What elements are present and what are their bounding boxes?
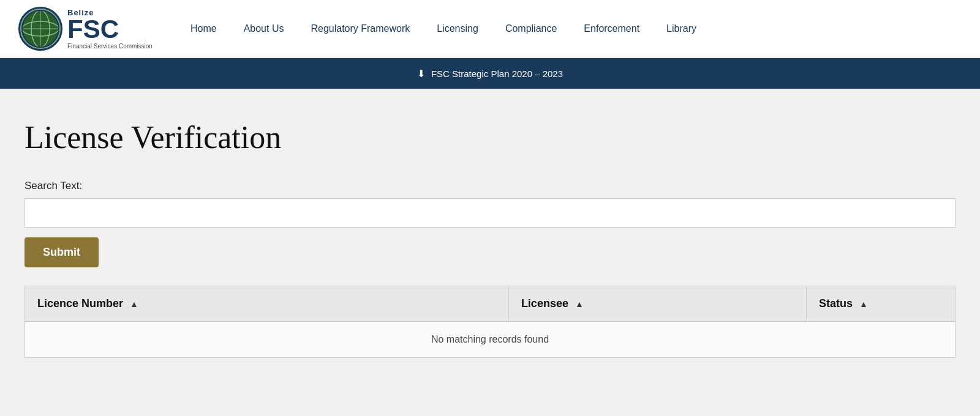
logo-globe-icon [18,7,62,51]
main-nav: Home About Us Regulatory Framework Licen… [177,0,710,58]
sort-arrow-licensee: ▲ [575,299,584,309]
logo[interactable]: Belize FSC Financial Services Commission [18,7,153,51]
no-records-message: No matching records found [25,322,956,358]
nav-item-enforcement[interactable]: Enforcement [570,0,653,58]
download-icon: ⬇ [417,68,425,80]
search-input[interactable] [24,198,956,228]
site-header: Belize FSC Financial Services Commission… [0,0,980,58]
no-records-row: No matching records found [25,322,956,358]
logo-text: Belize FSC Financial Services Commission [67,9,153,50]
main-content: License Verification Search Text: Submit… [0,89,980,416]
announcement-banner[interactable]: ⬇ FSC Strategic Plan 2020 – 2023 [0,58,980,89]
nav-item-compliance[interactable]: Compliance [492,0,570,58]
sort-arrow-licence: ▲ [130,299,138,309]
logo-subtitle: Financial Services Commission [67,43,153,50]
nav-item-library[interactable]: Library [653,0,710,58]
search-label: Search Text: [24,180,956,192]
nav-item-regulatory-framework[interactable]: Regulatory Framework [297,0,423,58]
nav-item-about-us[interactable]: About Us [230,0,298,58]
page-title: License Verification [24,119,956,155]
sort-arrow-status: ▲ [859,299,868,309]
column-header-licensee[interactable]: Licensee ▲ [508,286,806,322]
search-form: Search Text: Submit [24,180,956,286]
results-table: Licence Number ▲ Licensee ▲ Status ▲ No … [24,286,956,358]
nav-item-licensing[interactable]: Licensing [423,0,492,58]
logo-acronym: FSC [67,17,153,42]
column-header-status[interactable]: Status ▲ [806,286,955,322]
banner-text: FSC Strategic Plan 2020 – 2023 [431,69,563,79]
column-header-licence-number[interactable]: Licence Number ▲ [25,286,509,322]
banner-content: ⬇ FSC Strategic Plan 2020 – 2023 [417,68,563,80]
nav-item-home[interactable]: Home [177,0,230,58]
table-header-row: Licence Number ▲ Licensee ▲ Status ▲ [25,286,956,322]
submit-button[interactable]: Submit [24,237,99,267]
